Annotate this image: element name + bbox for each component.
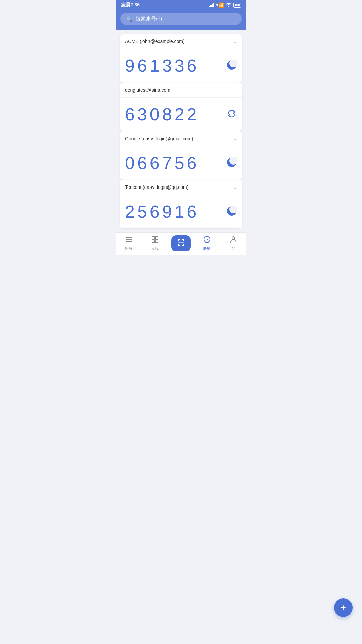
svg-rect-9 [152, 236, 155, 239]
header: 🔍 搜索账号(7) [116, 10, 246, 30]
account-name-google: Google (easy_login@gmail.com) [125, 136, 193, 141]
discover-icon [151, 236, 159, 245]
status-bar: 凌晨2:36 ▾📶 100 [116, 0, 246, 10]
account-card-google: Google (easy_login@gmail.com) ⌄ 066756 [120, 131, 242, 180]
scan-icon [177, 239, 185, 248]
cards-list: ACME (john@example.com) ⌄ 961336 denglut… [120, 34, 242, 228]
otp-status-icon-tencent[interactable] [226, 206, 237, 218]
bottom-nav: 账号 发现 [116, 232, 246, 255]
svg-rect-8 [126, 241, 132, 242]
content-area: ACME (john@example.com) ⌄ 961336 denglut… [116, 30, 246, 232]
otp-code-denglutest[interactable]: 630822 [125, 104, 199, 124]
account-header-tencent[interactable]: Tencent (easy_login@qq.com) ⌄ [120, 180, 242, 195]
nav-verify[interactable]: 验证 [197, 236, 217, 251]
wifi-icon: ▾📶 [216, 2, 224, 8]
accounts-label: 账号 [125, 246, 132, 251]
svg-line-24 [207, 239, 208, 240]
account-name-acme: ACME (john@example.com) [125, 39, 185, 44]
otp-code-tencent[interactable]: 256916 [125, 202, 199, 222]
accounts-icon [125, 236, 132, 245]
nav-me[interactable]: 我 [223, 236, 243, 251]
search-placeholder: 搜索账号(7) [136, 16, 162, 22]
wifi-icon [226, 3, 232, 7]
account-name-tencent: Tencent (easy_login@qq.com) [125, 184, 188, 190]
otp-status-icon-google[interactable] [226, 157, 237, 169]
svg-rect-16 [183, 239, 184, 241]
account-name-denglutest: denglutest@sina.com [125, 87, 170, 93]
account-code-row-denglutest: 630822 [120, 98, 242, 131]
otp-status-icon-denglutest[interactable] [226, 108, 237, 120]
discover-label: 发现 [151, 246, 159, 251]
search-icon: 🔍 [126, 16, 132, 22]
account-header-acme[interactable]: ACME (john@example.com) ⌄ [120, 34, 242, 49]
me-label: 我 [232, 246, 235, 251]
otp-status-icon-acme[interactable] [226, 60, 237, 72]
svg-rect-18 [178, 244, 179, 246]
status-time: 凌晨2:36 [121, 2, 140, 8]
account-header-google[interactable]: Google (easy_login@gmail.com) ⌄ [120, 131, 242, 146]
account-code-row-acme: 961336 [120, 49, 242, 83]
verify-label: 验证 [203, 246, 211, 251]
account-header-denglutest[interactable]: denglutest@sina.com ⌄ [120, 83, 242, 98]
otp-code-google[interactable]: 066756 [125, 153, 199, 173]
signal-icon [209, 3, 214, 7]
status-icons: ▾📶 100 [209, 2, 241, 8]
search-bar[interactable]: 🔍 搜索账号(7) [120, 13, 242, 25]
me-icon [230, 236, 237, 245]
svg-rect-7 [126, 239, 132, 240]
verify-icon [203, 236, 211, 245]
svg-rect-14 [178, 239, 179, 241]
scan-button[interactable] [171, 235, 191, 251]
chevron-down-icon: ⌄ [233, 39, 237, 44]
svg-rect-20 [183, 244, 184, 246]
account-code-row-tencent: 256916 [120, 195, 242, 228]
svg-rect-21 [178, 243, 184, 243]
chevron-down-icon: ⌄ [233, 136, 237, 141]
svg-rect-12 [155, 240, 158, 243]
svg-point-25 [232, 237, 235, 239]
svg-rect-10 [155, 236, 158, 239]
account-code-row-google: 066756 [120, 146, 242, 180]
otp-code-acme[interactable]: 961336 [125, 56, 199, 76]
account-card-denglutest: denglutest@sina.com ⌄ 630822 [120, 83, 242, 131]
chevron-down-icon: ⌄ [233, 184, 237, 190]
nav-scan[interactable] [171, 235, 191, 251]
nav-discover[interactable]: 发现 [145, 236, 165, 251]
nav-accounts[interactable]: 账号 [119, 236, 139, 251]
svg-rect-11 [152, 240, 155, 243]
battery-icon: 100 [233, 3, 241, 8]
svg-rect-6 [126, 237, 132, 238]
account-card-acme: ACME (john@example.com) ⌄ 961336 [120, 34, 242, 83]
chevron-down-icon: ⌄ [233, 87, 237, 93]
account-card-tencent: Tencent (easy_login@qq.com) ⌄ 256916 [120, 180, 242, 228]
